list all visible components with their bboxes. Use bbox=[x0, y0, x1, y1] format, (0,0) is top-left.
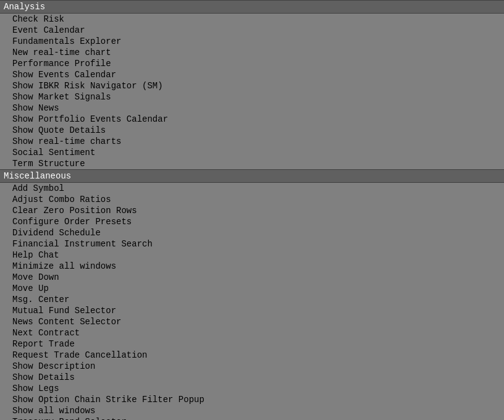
menu-item-0-3[interactable]: New real-time chart bbox=[0, 47, 504, 58]
menu-item-0-5[interactable]: Show Events Calendar bbox=[0, 69, 504, 80]
menu-item-1-0[interactable]: Add Symbol bbox=[0, 183, 504, 194]
menu-item-1-20[interactable]: Show all windows bbox=[0, 405, 504, 416]
menu-item-0-8[interactable]: Show News bbox=[0, 103, 504, 114]
menu-item-0-2[interactable]: Fundamentals Explorer bbox=[0, 36, 504, 47]
menu-item-1-11[interactable]: Mutual Fund Selector bbox=[0, 305, 504, 316]
menu-item-1-17[interactable]: Show Details bbox=[0, 372, 504, 383]
menu-item-1-19[interactable]: Show Option Chain Strike Filter Popup bbox=[0, 394, 504, 405]
menu-container: AnalysisCheck RiskEvent CalendarFundamen… bbox=[0, 0, 504, 420]
menu-item-1-8[interactable]: Move Down bbox=[0, 272, 504, 283]
menu-item-0-12[interactable]: Social Sentiment bbox=[0, 147, 504, 158]
menu-item-0-1[interactable]: Event Calendar bbox=[0, 25, 504, 36]
menu-item-0-7[interactable]: Show Market Signals bbox=[0, 91, 504, 103]
menu-item-1-10[interactable]: Msg. Center bbox=[0, 294, 504, 305]
menu-item-1-12[interactable]: News Content Selector bbox=[0, 316, 504, 327]
menu-item-1-14[interactable]: Report Trade bbox=[0, 338, 504, 350]
menu-item-1-9[interactable]: Move Up bbox=[0, 283, 504, 294]
section-header-1: Miscellaneous bbox=[0, 169, 504, 183]
section-header-0: Analysis bbox=[0, 0, 504, 14]
menu-item-1-16[interactable]: Show Description bbox=[0, 361, 504, 372]
menu-item-0-4[interactable]: Performance Profile bbox=[0, 58, 504, 69]
menu-item-0-6[interactable]: Show IBKR Risk Navigator (SM) bbox=[0, 80, 504, 91]
menu-item-1-13[interactable]: Next Contract bbox=[0, 327, 504, 338]
menu-item-0-10[interactable]: Show Quote Details bbox=[0, 125, 504, 136]
menu-item-0-13[interactable]: Term Structure bbox=[0, 158, 504, 169]
menu-item-0-9[interactable]: Show Portfolio Events Calendar bbox=[0, 114, 504, 125]
menu-item-0-11[interactable]: Show real-time charts bbox=[0, 136, 504, 147]
menu-item-1-5[interactable]: Financial Instrument Search bbox=[0, 238, 504, 250]
menu-item-0-0[interactable]: Check Risk bbox=[0, 14, 504, 25]
menu-item-1-21[interactable]: Treasury Bond Selector bbox=[0, 416, 504, 420]
menu-item-1-4[interactable]: Dividend Schedule bbox=[0, 227, 504, 238]
menu-item-1-3[interactable]: Configure Order Presets bbox=[0, 216, 504, 227]
menu-item-1-7[interactable]: Minimize all windows bbox=[0, 261, 504, 272]
menu-item-1-6[interactable]: Help Chat bbox=[0, 250, 504, 261]
menu-item-1-2[interactable]: Clear Zero Position Rows bbox=[0, 205, 504, 216]
menu-item-1-1[interactable]: Adjust Combo Ratios bbox=[0, 194, 504, 205]
menu-item-1-15[interactable]: Request Trade Cancellation bbox=[0, 350, 504, 361]
menu-item-1-18[interactable]: Show Legs bbox=[0, 383, 504, 394]
